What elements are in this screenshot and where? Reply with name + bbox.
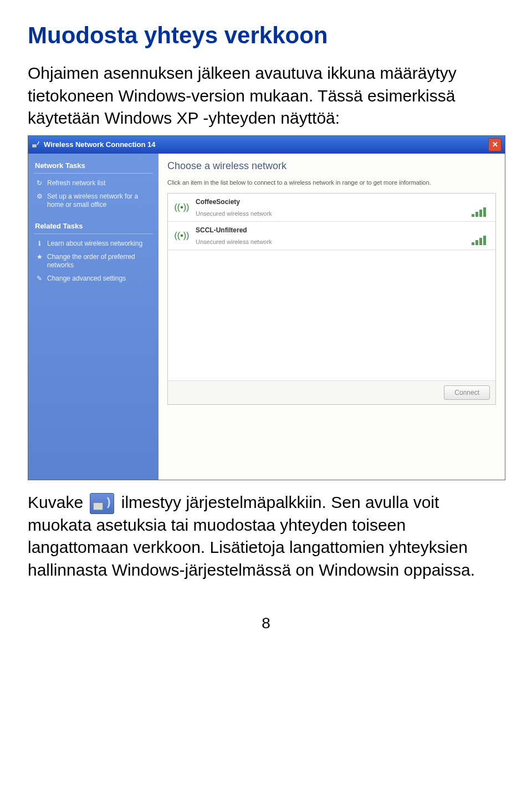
systray-wireless-icon bbox=[90, 493, 114, 514]
page-title: Muodosta yhteys verkkoon bbox=[28, 22, 504, 49]
signal-strength-icon bbox=[468, 226, 490, 245]
network-list: ((•)) CoffeeSociety Unsecured wireless n… bbox=[167, 193, 496, 405]
sidebar-section-network-tasks: Network Tasks bbox=[34, 159, 153, 174]
sidebar-item-label: Change advanced settings bbox=[47, 275, 126, 283]
connect-row: Connect bbox=[168, 380, 495, 404]
sidebar-item-label: Refresh network list bbox=[47, 179, 105, 188]
main-panel: Choose a wireless network Click an item … bbox=[158, 154, 505, 480]
wireless-dialog-screenshot: Wireless Network Connection 14 ✕ Network… bbox=[28, 135, 505, 480]
sidebar-item-advanced[interactable]: ✎ Change advanced settings bbox=[34, 272, 153, 286]
tasks-sidebar: Network Tasks ↻ Refresh network list ⚙ S… bbox=[28, 154, 158, 480]
info-icon: ℹ bbox=[35, 240, 44, 248]
intro-paragraph: Ohjaimen asennuksen jälkeen avautuva ikk… bbox=[28, 62, 504, 130]
after-text-before-icon: Kuvake bbox=[28, 493, 88, 511]
window-title-text: Wireless Network Connection 14 bbox=[44, 140, 155, 149]
sidebar-section-related-tasks: Related Tasks bbox=[34, 220, 153, 234]
main-helptext: Click an item in the list below to conne… bbox=[167, 179, 496, 186]
settings-icon: ✎ bbox=[35, 275, 44, 283]
network-item[interactable]: ((•)) CoffeeSociety Unsecured wireless n… bbox=[168, 194, 495, 222]
close-button[interactable]: ✕ bbox=[488, 138, 502, 151]
wifi-antenna-icon: ((•)) bbox=[173, 198, 190, 217]
signal-strength-icon bbox=[468, 198, 490, 217]
setup-icon: ⚙ bbox=[35, 192, 44, 201]
sidebar-item-label: Change the order of preferred networks bbox=[47, 253, 152, 270]
wireless-icon bbox=[32, 140, 40, 149]
wifi-antenna-icon: ((•)) bbox=[173, 226, 190, 245]
network-security: Unsecured wireless network bbox=[196, 210, 462, 217]
close-icon: ✕ bbox=[492, 140, 498, 149]
main-heading: Choose a wireless network bbox=[167, 160, 496, 172]
window-titlebar: Wireless Network Connection 14 ✕ bbox=[28, 136, 505, 154]
network-name: CoffeeSociety bbox=[196, 198, 462, 206]
star-icon: ★ bbox=[35, 253, 44, 262]
sidebar-item-label: Set up a wireless network for a home or … bbox=[47, 192, 152, 210]
after-paragraph: Kuvake ilmestyy järjestelmäpalkkiin. Sen… bbox=[28, 491, 504, 582]
network-item[interactable]: ((•)) SCCL-Unfiltered Unsecured wireless… bbox=[168, 222, 495, 250]
connect-button[interactable]: Connect bbox=[444, 385, 490, 400]
sidebar-item-setup[interactable]: ⚙ Set up a wireless network for a home o… bbox=[34, 190, 153, 212]
network-security: Unsecured wireless network bbox=[196, 238, 462, 245]
sidebar-item-label: Learn about wireless networking bbox=[47, 240, 142, 248]
sidebar-item-order[interactable]: ★ Change the order of preferred networks bbox=[34, 251, 153, 272]
svg-rect-0 bbox=[32, 144, 37, 148]
network-name: SCCL-Unfiltered bbox=[196, 226, 462, 234]
refresh-icon: ↻ bbox=[35, 179, 44, 188]
page-number: 8 bbox=[28, 614, 504, 632]
sidebar-item-refresh[interactable]: ↻ Refresh network list bbox=[34, 177, 153, 190]
sidebar-item-learn[interactable]: ℹ Learn about wireless networking bbox=[34, 237, 153, 251]
